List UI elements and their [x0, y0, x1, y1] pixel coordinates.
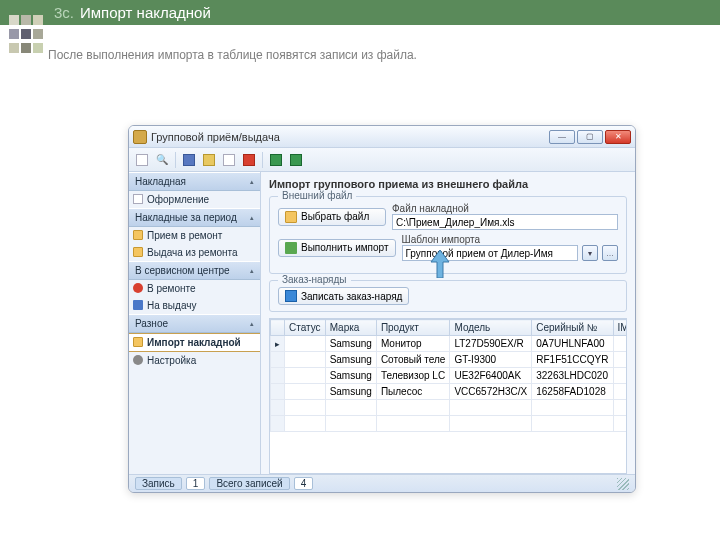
sidebar-group-period[interactable]: Накладные за период▴	[129, 208, 260, 227]
table-cell[interactable]: UE32F6400AK	[450, 368, 532, 384]
sidebar-item-vremonte[interactable]: В ремонте	[129, 280, 260, 297]
sidebar-group-raznoe[interactable]: Разное▴	[129, 314, 260, 333]
row-indicator	[271, 368, 285, 384]
toolbar-export-icon[interactable]	[287, 151, 305, 169]
table-cell[interactable]: RF1F51CCQYR	[532, 352, 613, 368]
toolbar-new-icon[interactable]	[133, 151, 151, 169]
sidebar-item-label: Импорт накладной	[147, 337, 241, 348]
status-bar: Запись 1 Всего записей 4	[129, 474, 635, 492]
status-record-value: 1	[186, 477, 206, 490]
table-cell[interactable]: 0A7UHLNFA00	[532, 336, 613, 352]
app-icon	[133, 130, 147, 144]
table-row[interactable]: ▸SamsungМониторLT27D590EX/R0A7UHLNFA00Ив…	[271, 336, 628, 352]
row-indicator: ▸	[271, 336, 285, 352]
table-cell[interactable]	[613, 384, 627, 400]
table-cell[interactable]: Пылесос	[376, 384, 450, 400]
table-cell[interactable]: Сотовый теле	[376, 352, 450, 368]
sidebar-item-vydacha[interactable]: Выдача из ремонта	[129, 244, 260, 261]
table-cell[interactable]	[613, 368, 627, 384]
app-window: Групповой приём/выдача — ▢ ✕ 🔍 Накладная…	[128, 125, 636, 493]
gear-icon	[133, 355, 143, 365]
sidebar-item-label: Прием в ремонт	[147, 230, 222, 241]
toolbar-excel-icon[interactable]	[267, 151, 285, 169]
data-grid[interactable]: Статус Марка Продукт Модель Серийный № I…	[269, 318, 627, 474]
file-input[interactable]	[392, 214, 618, 230]
button-label: Записать заказ-наряд	[301, 291, 402, 302]
table-cell[interactable]: GT-I9300	[450, 352, 532, 368]
window-title: Групповой приём/выдача	[151, 131, 547, 143]
resize-grip-icon[interactable]	[617, 478, 629, 490]
table-row-empty	[271, 416, 628, 432]
arrow-right-icon	[285, 290, 297, 302]
fieldset-order-legend: Заказ-наряды	[278, 274, 351, 285]
table-cell[interactable]	[285, 368, 326, 384]
sidebar-item-label: Выдача из ремонта	[147, 247, 238, 258]
sidebar: Накладная▴ Оформление Накладные за перио…	[129, 172, 261, 474]
col-product[interactable]: Продукт	[376, 320, 450, 336]
col-brand[interactable]: Марка	[325, 320, 376, 336]
folder-icon	[133, 230, 143, 240]
fieldset-order: Заказ-наряды Записать заказ-наряд	[269, 280, 627, 312]
table-cell[interactable]	[613, 352, 627, 368]
titlebar[interactable]: Групповой приём/выдача — ▢ ✕	[129, 126, 635, 148]
table-cell[interactable]: 16258FAD1028	[532, 384, 613, 400]
sidebar-group-label: Накладная	[135, 176, 186, 187]
toolbar-search-icon[interactable]: 🔍	[153, 151, 171, 169]
template-select[interactable]	[402, 245, 579, 261]
file-label: Файл накладной	[392, 203, 618, 214]
template-label: Шаблон импорта	[402, 234, 619, 245]
table-row[interactable]: SamsungТелевизор LCUE32F6400AK32263LHDC0…	[271, 368, 628, 384]
sidebar-item-import[interactable]: Импорт накладной	[129, 333, 260, 352]
toolbar-separator	[262, 152, 263, 168]
minimize-button[interactable]: —	[549, 130, 575, 144]
toolbar-delete-icon[interactable]	[240, 151, 258, 169]
sidebar-group-label: Накладные за период	[135, 212, 237, 223]
slide-number: 3c.	[54, 4, 74, 21]
sidebar-item-label: В ремонте	[147, 283, 196, 294]
toolbar-copy-icon[interactable]	[220, 151, 238, 169]
sidebar-item-priem[interactable]: Прием в ремонт	[129, 227, 260, 244]
col-serial[interactable]: Серийный №	[532, 320, 613, 336]
folder-icon	[133, 337, 143, 347]
table-cell[interactable]: Телевизор LC	[376, 368, 450, 384]
sidebar-item-label: На выдачу	[147, 300, 196, 311]
close-button[interactable]: ✕	[605, 130, 631, 144]
choose-file-button[interactable]: Выбрать файл	[278, 208, 386, 226]
sidebar-item-label: Настройка	[147, 355, 196, 366]
fieldset-file-legend: Внешний файл	[278, 190, 356, 201]
write-order-button[interactable]: Записать заказ-наряд	[278, 287, 409, 305]
table-cell[interactable]: 32263LHDC020	[532, 368, 613, 384]
table-cell[interactable]: Монитор	[376, 336, 450, 352]
table-row[interactable]: SamsungПылесосVCC6572H3C/X16258FAD1028Ив…	[271, 384, 628, 400]
table-cell[interactable]: Samsung	[325, 368, 376, 384]
table-cell[interactable]: Samsung	[325, 336, 376, 352]
chevron-up-icon: ▴	[250, 214, 254, 222]
chevron-up-icon: ▴	[250, 178, 254, 186]
sidebar-item-oformlenie[interactable]: Оформление	[129, 191, 260, 208]
col-status[interactable]: Статус	[285, 320, 326, 336]
template-dropdown-button[interactable]: ▾	[582, 245, 598, 261]
sidebar-item-navydachu[interactable]: На выдачу	[129, 297, 260, 314]
col-model[interactable]: Модель	[450, 320, 532, 336]
template-lookup-button[interactable]: …	[602, 245, 618, 261]
table-cell[interactable]	[613, 336, 627, 352]
table-cell[interactable]: LT27D590EX/R	[450, 336, 532, 352]
table-cell[interactable]: Samsung	[325, 384, 376, 400]
sidebar-group-service[interactable]: В сервисном центре▴	[129, 261, 260, 280]
toolbar-save-icon[interactable]	[180, 151, 198, 169]
table-cell[interactable]: VCC6572H3C/X	[450, 384, 532, 400]
toolbar-edit-icon[interactable]	[200, 151, 218, 169]
maximize-button[interactable]: ▢	[577, 130, 603, 144]
sidebar-group-nakladnaya[interactable]: Накладная▴	[129, 172, 260, 191]
table-row[interactable]: SamsungСотовый телеGT-I9300RF1F51CCQYRИв…	[271, 352, 628, 368]
table-cell[interactable]	[285, 352, 326, 368]
table-cell[interactable]	[285, 384, 326, 400]
col-imei[interactable]: IMEI	[613, 320, 627, 336]
sidebar-item-label: Оформление	[147, 194, 209, 205]
sidebar-group-label: В сервисном центре	[135, 265, 230, 276]
table-cell[interactable]	[285, 336, 326, 352]
run-import-button[interactable]: Выполнить импорт	[278, 239, 396, 257]
sidebar-item-settings[interactable]: Настройка	[129, 352, 260, 369]
table-cell[interactable]: Samsung	[325, 352, 376, 368]
row-header-col	[271, 320, 285, 336]
